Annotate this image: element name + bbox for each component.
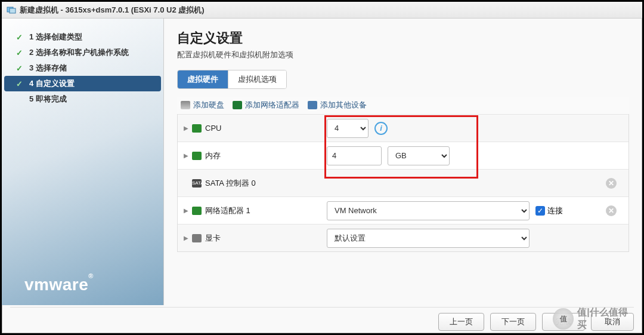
row-memory: ▶ 内存 GB bbox=[178, 142, 628, 169]
hardware-action-bar: 添加硬盘 添加网络适配器 添加其他设备 bbox=[177, 97, 629, 114]
page-subtitle: 配置虚拟机硬件和虚拟机附加选项 bbox=[177, 50, 629, 60]
chevron-right-icon[interactable]: ▶ bbox=[184, 207, 188, 214]
row-cpu: ▶ CPU 4 i bbox=[178, 114, 628, 142]
step-3-select-storage[interactable]: ✓3 选择存储 bbox=[2, 60, 163, 76]
sata-label: SATA 控制器 0 bbox=[205, 178, 256, 189]
row-video-card: ▶ 显卡 默认设置 bbox=[178, 224, 628, 251]
row-sata-controller: ▶ SATA SATA 控制器 0 ✕ bbox=[178, 169, 628, 196]
step-5-ready-complete[interactable]: 5 即将完成 bbox=[2, 91, 163, 107]
network-select[interactable]: VM Network bbox=[327, 201, 530, 220]
vmware-logo: vmware® bbox=[24, 275, 94, 294]
chevron-right-icon[interactable]: ▶ bbox=[184, 235, 188, 241]
new-vm-modal: 新建虚拟机 - 3615xs+dsm7.0.1 (ESXi 7.0 U2 虚拟机… bbox=[0, 0, 644, 335]
checkbox-checked-icon: ✓ bbox=[535, 206, 545, 216]
window-titlebar: 新建虚拟机 - 3615xs+dsm7.0.1 (ESXi 7.0 U2 虚拟机… bbox=[2, 2, 642, 19]
video-card-select[interactable]: 默认设置 bbox=[327, 229, 530, 248]
device-icon bbox=[308, 101, 317, 109]
memory-icon bbox=[192, 152, 202, 160]
wizard-footer: 上一页 下一页 完成 取消 bbox=[10, 307, 634, 331]
nic-connect-checkbox[interactable]: ✓连接 bbox=[535, 205, 563, 216]
nic-label: 网络适配器 1 bbox=[205, 205, 250, 216]
hardware-table: ▶ CPU 4 i ▶ 内存 bbox=[177, 114, 629, 252]
settings-tabs: 虚拟硬件 虚拟机选项 bbox=[177, 70, 287, 89]
svg-rect-1 bbox=[10, 8, 16, 13]
add-disk-button[interactable]: 添加硬盘 bbox=[181, 100, 224, 110]
cancel-button[interactable]: 取消 bbox=[591, 313, 634, 331]
cpu-icon bbox=[192, 124, 202, 133]
add-nic-button[interactable]: 添加网络适配器 bbox=[233, 100, 299, 110]
customize-settings-panel: 自定义设置 配置虚拟机硬件和虚拟机附加选项 虚拟硬件 虚拟机选项 添加硬盘 添加… bbox=[164, 19, 642, 305]
next-button[interactable]: 下一页 bbox=[490, 313, 536, 331]
cpu-count-select[interactable]: 4 bbox=[327, 119, 369, 138]
remove-sata-button[interactable]: ✕ bbox=[606, 178, 617, 189]
remove-nic-button[interactable]: ✕ bbox=[606, 205, 617, 216]
memory-label: 内存 bbox=[205, 150, 221, 161]
check-icon: ✓ bbox=[16, 33, 24, 42]
nic-icon bbox=[233, 101, 242, 109]
video-card-icon bbox=[192, 234, 202, 242]
tab-vm-options[interactable]: 虚拟机选项 bbox=[228, 70, 286, 88]
window-title: 新建虚拟机 - 3615xs+dsm7.0.1 (ESXi 7.0 U2 虚拟机… bbox=[20, 5, 205, 16]
add-other-device-button[interactable]: 添加其他设备 bbox=[308, 100, 367, 110]
info-icon[interactable]: i bbox=[374, 122, 388, 135]
finish-button[interactable]: 完成 bbox=[542, 313, 585, 331]
network-adapter-icon bbox=[192, 207, 202, 215]
chevron-right-icon[interactable]: ▶ bbox=[184, 125, 188, 131]
cpu-label: CPU bbox=[205, 124, 221, 133]
check-icon: ✓ bbox=[16, 48, 24, 57]
step-1-create-type[interactable]: ✓1 选择创建类型 bbox=[2, 29, 163, 45]
video-label: 显卡 bbox=[205, 233, 221, 244]
chevron-right-icon[interactable]: ▶ bbox=[184, 152, 188, 159]
memory-unit-select[interactable]: GB bbox=[388, 146, 450, 165]
row-network-adapter: ▶ 网络适配器 1 VM Network ✓连接 ✕ bbox=[178, 196, 628, 224]
memory-amount-input[interactable] bbox=[327, 146, 382, 165]
check-icon: ✓ bbox=[16, 64, 24, 73]
page-title: 自定义设置 bbox=[177, 29, 629, 47]
sata-icon: SATA bbox=[192, 179, 202, 188]
step-2-name-guest-os[interactable]: ✓2 选择名称和客户机操作系统 bbox=[2, 45, 163, 60]
prev-button[interactable]: 上一页 bbox=[438, 313, 484, 331]
wizard-steps-sidebar: ✓1 选择创建类型 ✓2 选择名称和客户机操作系统 ✓3 选择存储 ✓4 自定义… bbox=[2, 19, 164, 305]
disk-icon bbox=[181, 101, 190, 109]
vm-icon bbox=[7, 5, 16, 15]
tab-virtual-hardware[interactable]: 虚拟硬件 bbox=[178, 70, 228, 88]
step-4-customize-settings[interactable]: ✓4 自定义设置 bbox=[4, 76, 161, 91]
check-icon: ✓ bbox=[16, 79, 24, 88]
